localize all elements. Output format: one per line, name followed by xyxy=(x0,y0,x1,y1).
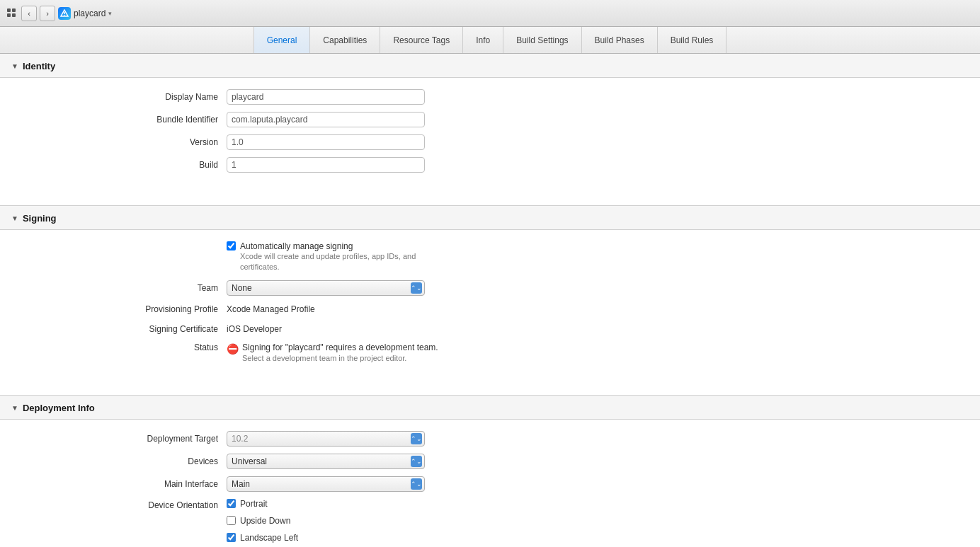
tab-build-rules[interactable]: Build Rules xyxy=(658,27,727,53)
display-name-input[interactable] xyxy=(227,89,425,105)
svg-rect-0 xyxy=(7,8,11,12)
upside-down-row: Upside Down xyxy=(227,516,304,526)
bundle-identifier-input[interactable] xyxy=(227,112,425,127)
forward-button[interactable]: › xyxy=(40,6,55,21)
auto-signing-main-label: Automatically manage signing xyxy=(240,241,424,251)
signing-triangle-icon: ▼ xyxy=(11,214,18,222)
tab-build-settings[interactable]: Build Settings xyxy=(503,27,581,53)
auto-signing-content: Automatically manage signing Xcode will … xyxy=(227,241,424,273)
deployment-target-row: Deployment Target 10.2 ⌃⌄ xyxy=(28,431,952,447)
build-input[interactable] xyxy=(227,157,425,173)
main-interface-select[interactable]: Main xyxy=(227,476,425,492)
status-row: Status ⛔ Signing for "playcard" requires… xyxy=(28,342,952,362)
signing-section-header[interactable]: ▼ Signing xyxy=(0,206,980,230)
deployment-target-wrapper: 10.2 ⌃⌄ xyxy=(227,431,425,447)
signing-form: Automatically manage signing Xcode will … xyxy=(0,230,980,381)
auto-signing-text: Automatically manage signing Xcode will … xyxy=(240,241,424,273)
project-chevron-icon: ▾ xyxy=(108,10,112,17)
upside-down-checkbox[interactable] xyxy=(227,516,236,525)
content-area: ▼ Identity Display Name Bundle Identifie… xyxy=(0,54,980,547)
main-interface-label: Main Interface xyxy=(28,479,227,489)
identity-section-header[interactable]: ▼ Identity xyxy=(0,54,980,78)
status-error: ⛔ Signing for "playcard" requires a deve… xyxy=(227,342,438,362)
landscape-left-row: Landscape Left xyxy=(227,533,304,543)
main-interface-row: Main Interface Main ⌃⌄ xyxy=(28,476,952,492)
deployment-triangle-icon: ▼ xyxy=(11,404,18,412)
toolbar: ‹ › playcard ▾ xyxy=(0,0,980,27)
bundle-identifier-row: Bundle Identifier xyxy=(28,112,952,127)
deployment-form: Deployment Target 10.2 ⌃⌄ Devices Univer… xyxy=(0,420,980,547)
identity-form: Display Name Bundle Identifier Version B… xyxy=(0,78,980,191)
team-row: Team None ⌃⌄ xyxy=(28,280,952,296)
tab-bar: General Capabilities Resource Tags Info … xyxy=(0,27,980,54)
devices-label: Devices xyxy=(28,456,227,466)
display-name-row: Display Name xyxy=(28,89,952,105)
portrait-row: Portrait xyxy=(227,499,304,509)
auto-signing-row: Automatically manage signing Xcode will … xyxy=(28,241,952,273)
tab-resource-tags[interactable]: Resource Tags xyxy=(380,27,463,53)
deployment-section-title: Deployment Info xyxy=(23,403,95,413)
devices-wrapper: Universal ⌃⌄ xyxy=(227,454,425,469)
xcode-icon xyxy=(58,7,71,20)
project-title[interactable]: playcard ▾ xyxy=(74,8,112,18)
signing-section-title: Signing xyxy=(23,213,57,224)
team-select[interactable]: None xyxy=(227,280,425,296)
portrait-label: Portrait xyxy=(240,499,268,509)
provisioning-label: Provisioning Profile xyxy=(28,304,227,314)
build-label: Build xyxy=(28,160,227,170)
version-row: Version xyxy=(28,134,952,150)
device-orientation-label: Device Orientation xyxy=(28,499,227,510)
error-text-container: Signing for "playcard" requires a develo… xyxy=(242,342,438,362)
provisioning-row: Provisioning Profile Xcode Managed Profi… xyxy=(28,303,952,316)
main-interface-wrapper: Main ⌃⌄ xyxy=(227,476,425,492)
landscape-left-label: Landscape Left xyxy=(240,533,298,543)
team-dropdown-wrapper: None ⌃⌄ xyxy=(227,280,425,296)
version-input[interactable] xyxy=(227,134,425,150)
certificate-row: Signing Certificate iOS Developer xyxy=(28,323,952,335)
identity-section-title: Identity xyxy=(23,61,55,71)
error-text-main: Signing for "playcard" requires a develo… xyxy=(242,342,438,352)
error-icon: ⛔ xyxy=(227,343,239,355)
certificate-label: Signing Certificate xyxy=(28,324,227,334)
signing-section: ▼ Signing Automatically manage signing X… xyxy=(0,206,980,396)
svg-rect-2 xyxy=(7,13,11,17)
identity-section: ▼ Identity Display Name Bundle Identifie… xyxy=(0,54,980,206)
portrait-checkbox[interactable] xyxy=(227,499,236,508)
version-label: Version xyxy=(28,137,227,147)
toolbar-left: ‹ › playcard ▾ xyxy=(6,6,112,21)
tab-build-phases[interactable]: Build Phases xyxy=(582,27,658,53)
tab-info[interactable]: Info xyxy=(463,27,503,53)
orientation-group: Portrait Upside Down Landscape Left Land… xyxy=(227,499,304,547)
provisioning-value: Xcode Managed Profile xyxy=(227,303,315,316)
upside-down-label: Upside Down xyxy=(240,516,290,526)
display-name-label: Display Name xyxy=(28,92,227,102)
devices-select[interactable]: Universal xyxy=(227,454,425,469)
error-text-sub: Select a development team in the project… xyxy=(242,354,438,362)
deployment-target-label: Deployment Target xyxy=(28,434,227,444)
auto-signing-sub-label: Xcode will create and update profiles, a… xyxy=(240,251,424,273)
tab-capabilities[interactable]: Capabilities xyxy=(310,27,380,53)
landscape-left-checkbox[interactable] xyxy=(227,533,236,542)
device-orientation-row: Device Orientation Portrait Upside Down … xyxy=(28,499,952,547)
certificate-value: iOS Developer xyxy=(227,323,282,335)
deployment-section: ▼ Deployment Info Deployment Target 10.2… xyxy=(0,396,980,547)
build-row: Build xyxy=(28,157,952,173)
svg-rect-3 xyxy=(12,13,16,17)
team-label: Team xyxy=(28,283,227,293)
deployment-target-select[interactable]: 10.2 xyxy=(227,431,425,447)
svg-rect-1 xyxy=(12,8,16,12)
grid-icon[interactable] xyxy=(6,7,18,20)
auto-signing-checkbox[interactable] xyxy=(227,241,236,251)
status-label: Status xyxy=(28,342,227,352)
svg-point-6 xyxy=(64,14,64,15)
identity-triangle-icon: ▼ xyxy=(11,62,18,70)
deployment-section-header[interactable]: ▼ Deployment Info xyxy=(0,396,980,420)
tab-general[interactable]: General xyxy=(253,27,311,53)
devices-row: Devices Universal ⌃⌄ xyxy=(28,454,952,469)
bundle-identifier-label: Bundle Identifier xyxy=(28,115,227,125)
back-button[interactable]: ‹ xyxy=(21,6,37,21)
